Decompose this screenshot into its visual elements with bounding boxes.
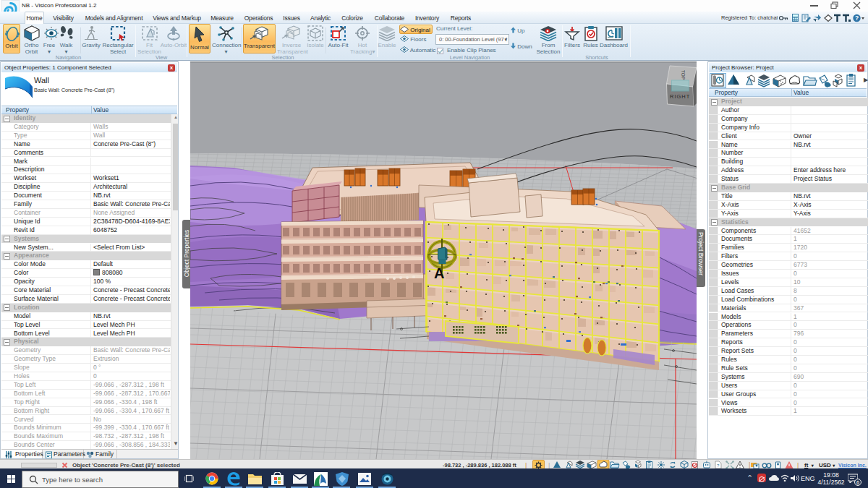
svg-text:|: | [749,461,750,468]
svg-text:RIGHT: RIGHT [670,93,690,100]
svg-text:A: A [434,265,444,281]
svg-text:?: ? [855,14,859,22]
svg-text:TOP: TOP [681,70,686,80]
